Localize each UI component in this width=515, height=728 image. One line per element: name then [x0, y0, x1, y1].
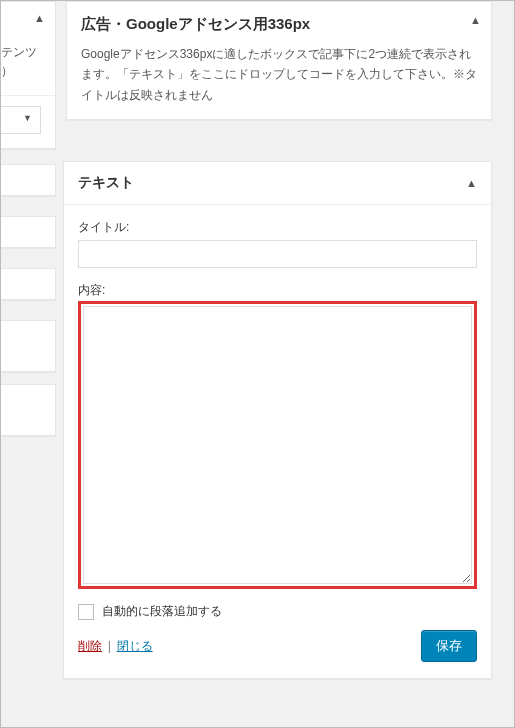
content-textarea[interactable]: [83, 306, 472, 584]
delete-link[interactable]: 削除: [78, 639, 102, 653]
widget-header[interactable]: テキスト ▲: [64, 162, 491, 205]
content-label: 内容:: [78, 282, 477, 299]
text-widget: テキスト ▲ タイトル: 内容: 自動的に段落追加する 削除 | 閉じる 保存: [63, 161, 492, 679]
collapse-icon[interactable]: ▲: [466, 177, 477, 189]
left-panel-desc: 番上に表示されるコンテンツエリは表示されません）: [0, 43, 55, 95]
save-button[interactable]: 保存: [421, 630, 477, 662]
collapse-icon[interactable]: ▲: [470, 14, 481, 26]
separator: |: [108, 638, 111, 653]
collapse-icon[interactable]: ▲: [34, 12, 45, 24]
content-field: 内容:: [78, 282, 477, 589]
widget-body: タイトル: 内容: 自動的に段落追加する 削除 | 閉じる 保存: [64, 205, 491, 678]
sidebar-area-desc: Googleアドセンス336pxに適したボックスで記事下に2つ連続で表示されます…: [67, 38, 491, 119]
left-panel-top: ップ ▲ 番上に表示されるコンテンツエリは表示されません）: [0, 1, 56, 149]
widget-action-links: 削除 | 閉じる: [78, 638, 153, 655]
close-link[interactable]: 閉じる: [117, 639, 153, 653]
auto-paragraph-checkbox[interactable]: [78, 604, 94, 620]
title-input[interactable]: [78, 240, 477, 268]
content-highlight: [78, 301, 477, 589]
sidebar-area-title: 広告・Googleアドセンス用336px: [81, 15, 310, 32]
left-panel-item[interactable]: ワイジェッ: [0, 320, 56, 372]
auto-paragraph-row: 自動的に段落追加する: [78, 603, 477, 620]
title-label: タイトル:: [78, 219, 477, 236]
sidebar-area-panel: 広告・Googleアドセンス用336px ▲ Googleアドセンス336pxに…: [66, 1, 492, 120]
left-panel-select-wrap: [0, 95, 55, 148]
empty-slot[interactable]: [0, 164, 56, 196]
widget-footer: 削除 | 閉じる 保存: [78, 630, 477, 664]
empty-slot[interactable]: [0, 268, 56, 300]
empty-slot[interactable]: [0, 216, 56, 248]
sidebar-area-header[interactable]: 広告・Googleアドセンス用336px ▲: [67, 2, 491, 38]
widget-name: テキスト: [78, 174, 134, 192]
left-panel-item[interactable]: 広告用: [0, 384, 56, 436]
auto-paragraph-label[interactable]: 自動的に段落追加する: [102, 603, 222, 620]
title-field: タイトル:: [78, 219, 477, 268]
widget-select[interactable]: [0, 106, 41, 134]
left-column: ップ ▲ 番上に表示されるコンテンツエリは表示されません） ワイジェッ 広告用: [0, 1, 56, 448]
left-panel-header[interactable]: ップ ▲: [0, 2, 55, 43]
